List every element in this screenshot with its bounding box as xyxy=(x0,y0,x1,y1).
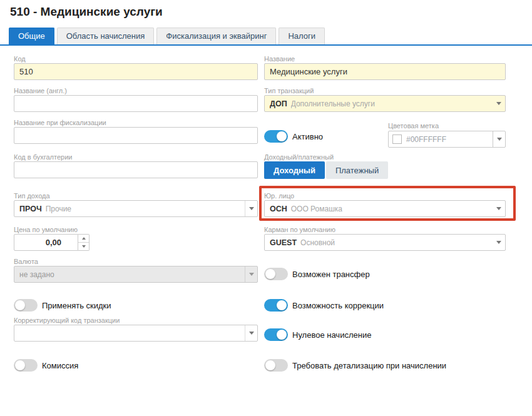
transaction-type-select[interactable]: ДОП Дополнительные услуги xyxy=(264,95,506,112)
code-label: Код xyxy=(14,55,26,63)
name-input[interactable] xyxy=(264,63,506,80)
tab-accrual-area[interactable]: Область начисления xyxy=(57,28,155,44)
tab-fiscalization-acquiring[interactable]: Фискализация и эквайринг xyxy=(156,28,276,44)
name-en-label: Название (англ.) xyxy=(14,87,67,94)
correction-code-select[interactable] xyxy=(14,325,258,342)
zero-accrual-toggle[interactable] xyxy=(264,328,288,341)
income-payment-segment: Доходный Платежный xyxy=(264,161,388,179)
correction-code-label: Корректирующий код транзакции xyxy=(14,317,120,324)
payment-option[interactable]: Платежный xyxy=(326,161,388,179)
transaction-type-code: ДОП xyxy=(270,99,287,108)
correction-row: Возможность коррекции xyxy=(264,299,384,312)
zero-accrual-label: Нулевое начисление xyxy=(292,330,371,340)
chevron-down-icon xyxy=(493,96,505,111)
accounting-code-label: Код в бухгалтерии xyxy=(14,153,72,161)
fiscal-name-label: Название при фискализации xyxy=(14,119,106,126)
tab-bar: Общие Область начисления Фискализация и … xyxy=(0,29,532,46)
apply-discounts-row: Применять скидки xyxy=(14,299,111,312)
code-input[interactable] xyxy=(14,63,258,80)
tab-taxes[interactable]: Налоги xyxy=(279,28,325,44)
default-pocket-label: Карман по умолчанию xyxy=(264,226,335,233)
currency-value: не задано xyxy=(19,270,54,279)
require-details-toggle[interactable] xyxy=(264,359,288,372)
correction-toggle[interactable] xyxy=(264,299,288,312)
require-details-row: Требовать детализацию при начислении xyxy=(264,359,446,372)
currency-select: не задано xyxy=(14,266,258,283)
apply-discounts-label: Применять скидки xyxy=(42,301,111,310)
income-type-select[interactable]: ПРОЧ Прочие xyxy=(14,200,258,217)
income-type-text: Прочие xyxy=(46,205,71,213)
legal-entity-code: ОСН xyxy=(270,205,287,213)
active-row: Активно xyxy=(264,130,323,143)
transaction-code-settings-page: 510 - Медицинские услуги Общие Область н… xyxy=(0,0,532,416)
color-swatch xyxy=(392,134,402,144)
spin-down-icon[interactable] xyxy=(78,242,89,250)
income-payment-label: Доходный/платежный xyxy=(264,153,334,161)
fiscal-name-input[interactable] xyxy=(14,127,258,144)
commission-row: Комиссия xyxy=(14,359,78,372)
chevron-down-icon xyxy=(245,201,257,216)
legal-entity-label: Юр. лицо xyxy=(264,192,294,200)
active-label: Активно xyxy=(292,132,323,141)
transfer-label: Возможен трансфер xyxy=(292,270,370,279)
commission-label: Комиссия xyxy=(42,361,78,370)
income-option[interactable]: Доходный xyxy=(264,161,325,179)
legal-entity-text: ООО Ромашка xyxy=(291,205,342,213)
transfer-toggle[interactable] xyxy=(264,268,288,280)
chevron-down-icon xyxy=(493,131,505,147)
default-pocket-code: GUEST xyxy=(270,238,297,247)
transfer-row: Возможен трансфер xyxy=(264,268,370,280)
commission-toggle[interactable] xyxy=(14,359,38,372)
page-title: 510 - Медицинские услуги xyxy=(10,5,163,19)
name-en-input[interactable] xyxy=(14,95,258,112)
color-label: Цветовая метка xyxy=(388,122,439,129)
correction-label: Возможность коррекции xyxy=(292,301,384,310)
transaction-type-text: Дополнительные услуги xyxy=(291,99,375,108)
chevron-down-icon xyxy=(493,235,505,250)
tab-general[interactable]: Общие xyxy=(9,28,54,44)
spin-up-icon[interactable] xyxy=(78,235,89,242)
require-details-label: Требовать детализацию при начислении xyxy=(292,361,446,370)
accounting-code-input[interactable] xyxy=(14,161,258,178)
active-toggle[interactable] xyxy=(264,130,288,143)
default-price-input[interactable] xyxy=(14,234,78,251)
apply-discounts-toggle[interactable] xyxy=(14,299,38,312)
transaction-type-label: Тип транзакций xyxy=(264,87,314,94)
default-pocket-text: Основной xyxy=(300,238,335,247)
chevron-down-icon xyxy=(245,266,257,282)
chevron-down-icon xyxy=(245,325,257,341)
legal-entity-select[interactable]: ОСН ООО Ромашка xyxy=(264,200,506,217)
color-value: #00FFFFFF xyxy=(406,135,446,144)
price-stepper xyxy=(78,234,90,251)
name-label: Название xyxy=(264,55,295,63)
income-type-label: Тип дохода xyxy=(14,192,50,200)
chevron-down-icon xyxy=(493,201,505,216)
zero-accrual-row: Нулевое начисление xyxy=(264,328,371,341)
default-pocket-select[interactable]: GUEST Основной xyxy=(264,234,506,251)
currency-label: Валюта xyxy=(14,258,38,265)
default-price-label: Цена по умолчанию xyxy=(14,226,78,233)
income-type-code: ПРОЧ xyxy=(19,205,42,213)
color-select[interactable]: #00FFFFFF xyxy=(388,131,506,148)
